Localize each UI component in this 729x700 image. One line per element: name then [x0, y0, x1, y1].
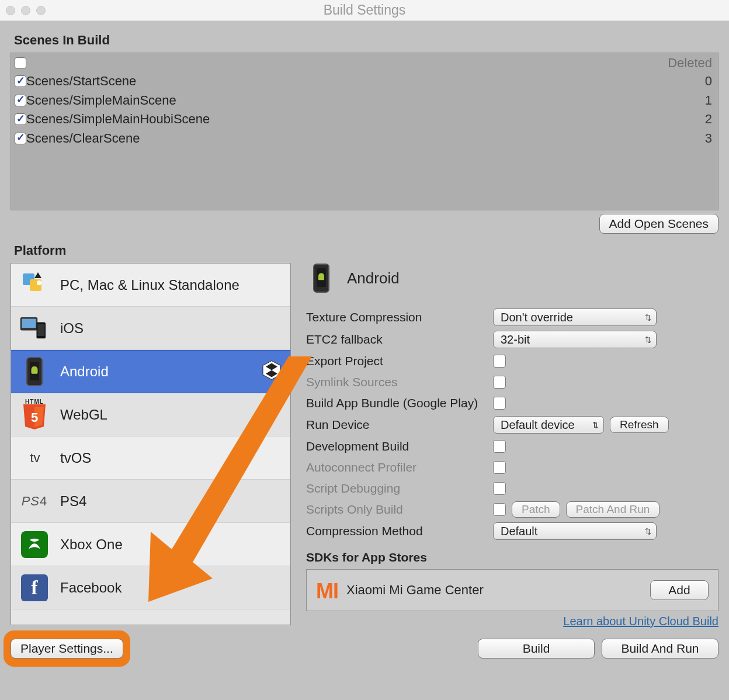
- platform-label-text: Facebook: [60, 580, 122, 596]
- texture-compression-label: Texture Compression: [306, 310, 493, 324]
- add-open-scenes-button[interactable]: Add Open Scenes: [599, 214, 718, 234]
- platform-settings-panel: Android Texture Compression Don't overri…: [306, 263, 718, 628]
- development-build-checkbox[interactable]: [493, 440, 506, 453]
- scene-index: 1: [705, 92, 712, 109]
- android-icon: [19, 356, 50, 387]
- script-debugging-label: Script Debugging: [306, 481, 493, 495]
- selected-platform-title: Android: [347, 269, 400, 287]
- xiaomi-icon: MI: [316, 579, 338, 604]
- etc2-fallback-label: ETC2 fallback: [306, 332, 493, 346]
- player-settings-button[interactable]: Player Settings...: [11, 639, 123, 659]
- deleted-column-header: Deleted: [668, 56, 712, 71]
- compression-method-select[interactable]: Default: [493, 522, 657, 540]
- xbox-icon: [19, 529, 50, 560]
- tvos-icon: tv: [19, 443, 50, 473]
- platform-xbox-one[interactable]: Xbox One: [11, 523, 290, 566]
- platform-label-text: WebGL: [60, 407, 107, 423]
- run-device-select[interactable]: Default device: [493, 416, 604, 434]
- scripts-only-build-checkbox: [493, 503, 506, 516]
- scene-name: Scenes/SimpleMainHoubiScene: [26, 111, 210, 128]
- scene-index: 3: [705, 130, 712, 147]
- scene-checkbox[interactable]: [15, 113, 26, 125]
- scene-checkbox[interactable]: [15, 133, 26, 144]
- platform-label-text: PC, Mac & Linux Standalone: [60, 277, 239, 293]
- build-app-bundle-label: Build App Bundle (Google Play): [306, 396, 493, 410]
- run-device-label: Run Device: [306, 418, 493, 432]
- scene-index: 0: [705, 73, 712, 90]
- scenes-list: Deleted Scenes/StartScene 0 Scenes/Simpl…: [11, 53, 718, 210]
- platform-facebook[interactable]: f Facebook: [11, 566, 290, 609]
- script-debugging-checkbox: [493, 482, 506, 495]
- facebook-icon: f: [19, 573, 50, 603]
- development-build-label: Development Build: [306, 439, 493, 453]
- sdk-store-row: MI Xiaomi Mi Game Center Add: [306, 569, 718, 611]
- unity-cloud-build-link[interactable]: Learn about Unity Cloud Build: [306, 615, 718, 628]
- etc2-fallback-select[interactable]: 32-bit: [493, 331, 657, 348]
- unity-selected-badge-icon: [261, 360, 282, 384]
- scene-index: 2: [705, 111, 712, 128]
- platform-label-text: iOS: [60, 320, 84, 337]
- platform-label-text: Android: [60, 363, 109, 380]
- scene-row[interactable]: Scenes/ClearScene 3: [11, 129, 718, 148]
- scene-checkbox[interactable]: [15, 95, 26, 106]
- platform-ios[interactable]: iOS: [11, 307, 290, 350]
- ps4-icon: PS4: [19, 486, 50, 517]
- export-project-checkbox[interactable]: [493, 355, 506, 368]
- scenes-in-build-label: Scenes In Build: [14, 33, 718, 48]
- compression-method-label: Compression Method: [306, 524, 493, 538]
- scene-row[interactable]: Scenes/SimpleMainHoubiScene 2: [11, 110, 718, 129]
- platform-webgl[interactable]: HTML 5 WebGL: [11, 393, 290, 436]
- platform-list: PC, Mac & Linux Standalone iOS: [11, 263, 291, 625]
- scene-row[interactable]: Scenes/StartScene 0: [11, 72, 718, 91]
- scripts-only-build-label: Scripts Only Build: [306, 503, 493, 517]
- build-app-bundle-checkbox[interactable]: [493, 397, 506, 410]
- scene-name: Scenes/SimpleMainScene: [26, 92, 176, 109]
- master-scene-checkbox[interactable]: [15, 57, 26, 69]
- window-title: Build Settings: [0, 2, 729, 18]
- svg-rect-6: [37, 324, 44, 336]
- build-and-run-button[interactable]: Build And Run: [602, 639, 718, 659]
- patch-and-run-button: Patch And Run: [566, 501, 660, 518]
- scene-name: Scenes/ClearScene: [26, 130, 140, 147]
- patch-button: Patch: [512, 501, 560, 518]
- ios-icon: [19, 313, 50, 344]
- titlebar: Build Settings: [0, 0, 729, 21]
- pc-mac-linux-icon: [19, 270, 50, 300]
- platform-label: Platform: [14, 243, 718, 258]
- symlink-sources-label: Symlink Sources: [306, 375, 493, 389]
- platform-label-text: tvOS: [60, 450, 91, 466]
- sdk-add-button[interactable]: Add: [650, 580, 709, 600]
- scene-row[interactable]: Scenes/SimpleMainScene 1: [11, 91, 718, 110]
- svg-point-2: [37, 280, 41, 285]
- symlink-sources-checkbox: [493, 376, 506, 389]
- svg-rect-4: [22, 318, 36, 328]
- platform-pc-mac-linux[interactable]: PC, Mac & Linux Standalone: [11, 264, 290, 307]
- texture-compression-select[interactable]: Don't override: [493, 309, 657, 326]
- platform-tvos[interactable]: tv tvOS: [11, 436, 290, 480]
- scene-name: Scenes/StartScene: [26, 73, 136, 90]
- webgl-icon: HTML 5: [19, 400, 50, 430]
- platform-android[interactable]: Android: [11, 350, 290, 393]
- export-project-label: Export Project: [306, 354, 493, 368]
- refresh-devices-button[interactable]: Refresh: [610, 417, 669, 433]
- sdk-store-name: Xiaomi Mi Game Center: [346, 583, 484, 598]
- platform-ps4[interactable]: PS4 PS4: [11, 480, 290, 523]
- build-button[interactable]: Build: [478, 639, 595, 659]
- sdks-heading: SDKs for App Stores: [306, 550, 718, 564]
- platform-label-text: PS4: [60, 493, 86, 510]
- autoconnect-profiler-label: Autoconnect Profiler: [306, 460, 493, 474]
- autoconnect-profiler-checkbox: [493, 461, 506, 474]
- platform-label-text: Xbox One: [60, 536, 123, 553]
- svg-text:5: 5: [31, 410, 38, 425]
- android-header-icon: [306, 263, 336, 293]
- scene-checkbox[interactable]: [15, 75, 26, 87]
